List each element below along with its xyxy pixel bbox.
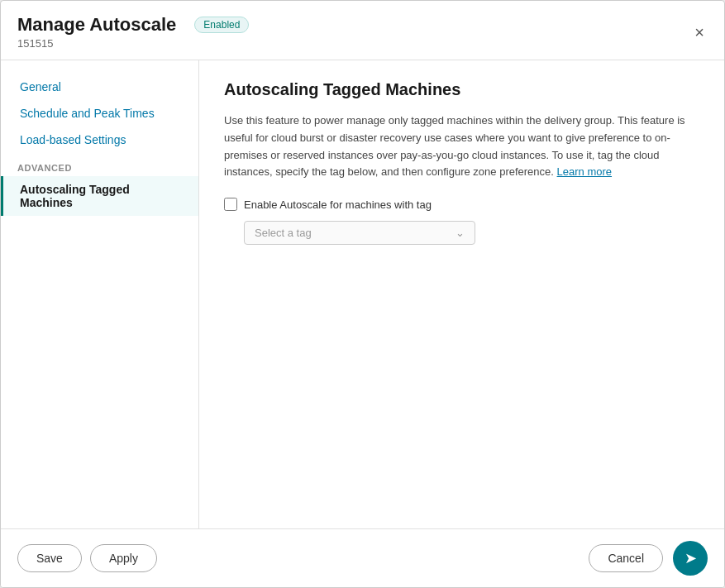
description-text: Use this feature to power manage only ta… <box>224 112 699 181</box>
sidebar-item-general[interactable]: General <box>1 74 198 100</box>
sidebar-item-schedule[interactable]: Schedule and Peak Times <box>1 100 198 127</box>
header-title-row: Manage Autoscale Enabled <box>17 14 691 36</box>
fab-button[interactable]: ➤ <box>673 541 708 576</box>
sidebar-item-load[interactable]: Load-based Settings <box>1 127 198 153</box>
learn-more-link[interactable]: Learn more <box>557 165 612 178</box>
content-title: Autoscaling Tagged Machines <box>224 80 699 99</box>
dialog-title: Manage Autoscale <box>17 14 176 36</box>
sidebar-section-advanced: ADVANCED <box>1 153 198 176</box>
status-badge: Enabled <box>194 17 249 33</box>
dialog-subtitle: 151515 <box>17 37 691 50</box>
tag-select-placeholder: Select a tag <box>255 227 456 239</box>
dialog-header: Manage Autoscale Enabled 151515 × <box>1 1 724 60</box>
cancel-button[interactable]: Cancel <box>589 544 663 572</box>
dialog-body: General Schedule and Peak Times Load-bas… <box>1 60 724 528</box>
close-button[interactable]: × <box>691 21 708 44</box>
header-left: Manage Autoscale Enabled 151515 <box>17 14 691 50</box>
sidebar: General Schedule and Peak Times Load-bas… <box>1 60 199 528</box>
checkbox-row: Enable Autoscale for machines with tag <box>224 198 699 211</box>
sidebar-item-autoscaling-tagged[interactable]: Autoscaling Tagged Machines <box>1 176 198 216</box>
tag-select-dropdown[interactable]: Select a tag ⌄ <box>244 221 475 245</box>
footer-right-buttons: Cancel ➤ <box>589 541 708 576</box>
enable-autoscale-checkbox[interactable] <box>224 198 237 211</box>
chevron-down-icon: ⌄ <box>456 227 465 239</box>
main-content: Autoscaling Tagged Machines Use this fea… <box>199 60 724 528</box>
dialog-footer: Save Apply Cancel ➤ <box>1 528 724 587</box>
footer-left-buttons: Save Apply <box>17 544 157 572</box>
fab-icon: ➤ <box>684 549 697 567</box>
checkbox-label[interactable]: Enable Autoscale for machines with tag <box>244 198 432 211</box>
save-button[interactable]: Save <box>17 544 82 572</box>
manage-autoscale-dialog: Manage Autoscale Enabled 151515 × Genera… <box>0 0 725 588</box>
apply-button[interactable]: Apply <box>90 544 157 572</box>
